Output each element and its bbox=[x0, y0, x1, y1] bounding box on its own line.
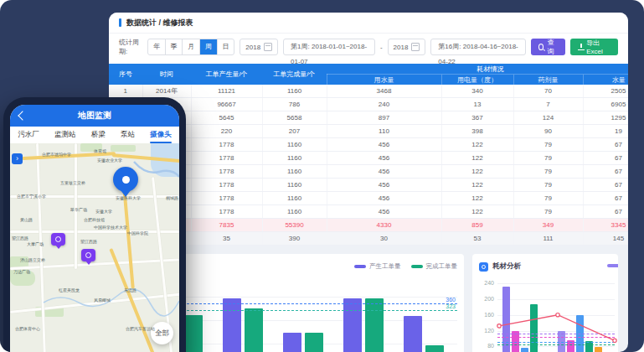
bar[interactable] bbox=[425, 345, 444, 352]
legend-item[interactable]: 产生工单量 bbox=[354, 262, 401, 271]
column-header: 时间 bbox=[142, 64, 191, 85]
phone-tab-bar[interactable]: 污水厂监测站桥梁泵站摄像头 bbox=[10, 127, 179, 143]
map-view[interactable]: › 全部 合肥市琥珀中学体育馆安徽农业大学五里墩立交桥合肥市宁溪小学安徽医科大学… bbox=[10, 143, 179, 352]
phone-page-title: 地图监测 bbox=[78, 110, 111, 122]
table-header-row: 序号时间工单产生量/个工单完成量/个耗材情况 bbox=[109, 64, 628, 75]
table-row[interactable]: 42017年2202071103989019 bbox=[109, 125, 628, 138]
selected-map-pin[interactable] bbox=[113, 167, 138, 192]
bar[interactable] bbox=[184, 315, 203, 352]
sub-column-header: 用水量 bbox=[327, 75, 441, 85]
table-cell: 456 bbox=[327, 152, 441, 165]
y-axis-tick: 200 bbox=[479, 296, 494, 302]
table-cell: 367 bbox=[441, 111, 513, 125]
bar[interactable] bbox=[223, 298, 241, 352]
map-label: 大摩广场 bbox=[27, 241, 44, 246]
map-label: 万达广场 bbox=[13, 269, 30, 274]
expand-button[interactable]: › bbox=[12, 153, 23, 164]
period-option-季[interactable]: 季 bbox=[165, 39, 183, 54]
table-cell: 122 bbox=[441, 179, 513, 192]
accent-bar bbox=[119, 18, 121, 27]
table-cell: 96667 bbox=[191, 98, 262, 111]
table-cell: 1778 bbox=[191, 138, 262, 152]
table-cell: 1778 bbox=[191, 179, 262, 192]
table-cell: 1160 bbox=[262, 85, 327, 98]
bar[interactable] bbox=[305, 333, 323, 352]
bar[interactable] bbox=[343, 298, 362, 352]
table-cell: 124 bbox=[513, 111, 583, 125]
map-label: 凤凰椰城 bbox=[94, 298, 111, 303]
bar[interactable] bbox=[283, 333, 301, 352]
summary-cell: 349 bbox=[513, 219, 583, 232]
end-week-input[interactable]: 第16周: 2018-04-16~2018-04-22 bbox=[430, 39, 525, 55]
table-cell: 79 bbox=[513, 205, 583, 219]
phone-mockup: 地图监测 污水厂监测站桥梁泵站摄像头 bbox=[3, 97, 186, 352]
end-year-select[interactable]: 2018 bbox=[388, 39, 426, 55]
start-year-select[interactable]: 2018 bbox=[240, 39, 278, 55]
table-row[interactable]: 32016年564556588973671241295 bbox=[109, 111, 628, 125]
map-label: 中国科学技术大学 bbox=[94, 225, 127, 230]
period-option-日[interactable]: 日 bbox=[217, 39, 234, 54]
consumable-chart: 4080120160200240 bbox=[497, 277, 615, 352]
column-header: 工单产生量/个 bbox=[191, 64, 262, 85]
table-cell: 1295 bbox=[583, 111, 628, 125]
phone-tab-污水厂[interactable]: 污水厂 bbox=[18, 130, 39, 140]
bar[interactable] bbox=[404, 316, 422, 352]
table-cell: 1778 bbox=[191, 205, 262, 219]
table-cell: 70 bbox=[513, 85, 583, 98]
table-row[interactable]: 52018年177811604561227967 bbox=[109, 138, 628, 152]
y-axis-tick: 240 bbox=[479, 280, 494, 286]
table-row[interactable]: 92022年177811604561227967 bbox=[109, 192, 628, 205]
table-cell: 67 bbox=[583, 138, 628, 152]
phone-tab-摄像头[interactable]: 摄像头 bbox=[150, 130, 172, 140]
search-button[interactable]: 查询 bbox=[531, 39, 565, 55]
summary-cell: 53 bbox=[441, 232, 513, 246]
y-axis-tick: 160 bbox=[479, 312, 494, 318]
map-label: 红星美凯龙 bbox=[59, 287, 80, 292]
period-segmented-control[interactable]: 年季月周日 bbox=[147, 39, 234, 55]
table-row[interactable]: 62019年177811604561227967 bbox=[109, 152, 628, 165]
bar[interactable] bbox=[365, 298, 384, 352]
back-icon[interactable] bbox=[18, 111, 27, 120]
phone-screen: 地图监测 污水厂监测站桥梁泵站摄像头 bbox=[10, 105, 179, 352]
table-row[interactable]: 72020年177811604561227967 bbox=[109, 165, 628, 179]
period-option-年[interactable]: 年 bbox=[148, 39, 165, 54]
table-row[interactable]: 102023年177811604561227967 bbox=[109, 205, 628, 219]
total-row: 合计78355539043308593493345 bbox=[109, 219, 628, 232]
summary-cell: 3345 bbox=[583, 219, 628, 232]
map-label: 中国科学院 bbox=[127, 230, 148, 236]
map-label: 潜山路立交桥 bbox=[20, 257, 45, 262]
map-label: 合肥市宁溪小学 bbox=[17, 194, 46, 199]
period-option-月[interactable]: 月 bbox=[182, 39, 199, 54]
map-label: 合肥体育中心 bbox=[15, 326, 40, 331]
table-row[interactable]: 22015年966677862401376905 bbox=[109, 98, 628, 111]
summary-cell: 111 bbox=[513, 232, 583, 246]
table-row[interactable]: 12014年1112111603468340702505 bbox=[109, 85, 628, 98]
camera-marker[interactable] bbox=[81, 249, 95, 261]
map-label: 黄山路 bbox=[20, 217, 33, 222]
start-week-input[interactable]: 第1周: 2018-01-01~2018-01-07 bbox=[283, 39, 375, 55]
camera-marker[interactable] bbox=[51, 233, 65, 246]
table-cell: 79 bbox=[513, 138, 583, 152]
table-cell: 67 bbox=[583, 152, 628, 165]
end-year-value: 2018 bbox=[394, 44, 409, 51]
table-cell: 5645 bbox=[191, 111, 262, 125]
table-cell: 456 bbox=[327, 179, 441, 192]
phone-tab-泵站[interactable]: 泵站 bbox=[121, 130, 135, 140]
table-row[interactable]: 82021年177811604561227967 bbox=[109, 179, 628, 192]
table-cell: 13 bbox=[441, 98, 513, 111]
y-axis-tick: 80 bbox=[479, 343, 494, 349]
table-cell: 456 bbox=[327, 138, 441, 152]
period-option-周[interactable]: 周 bbox=[199, 39, 217, 54]
breadcrumb-text: 数据统计 / 维修报表 bbox=[126, 18, 193, 28]
export-excel-button[interactable]: 导出Excel bbox=[570, 39, 618, 55]
legend-item[interactable]: 完成工单量 bbox=[411, 262, 458, 271]
column-header: 序号 bbox=[109, 64, 142, 85]
table-cell: 122 bbox=[441, 205, 513, 219]
summary-cell: 4330 bbox=[327, 219, 441, 232]
table-cell: 122 bbox=[441, 138, 513, 152]
summary-cell: 859 bbox=[441, 219, 513, 232]
bar[interactable] bbox=[245, 308, 263, 352]
phone-tab-监测站[interactable]: 监测站 bbox=[54, 130, 76, 140]
phone-tab-桥梁[interactable]: 桥梁 bbox=[91, 130, 106, 140]
start-year-value: 2018 bbox=[245, 44, 260, 51]
